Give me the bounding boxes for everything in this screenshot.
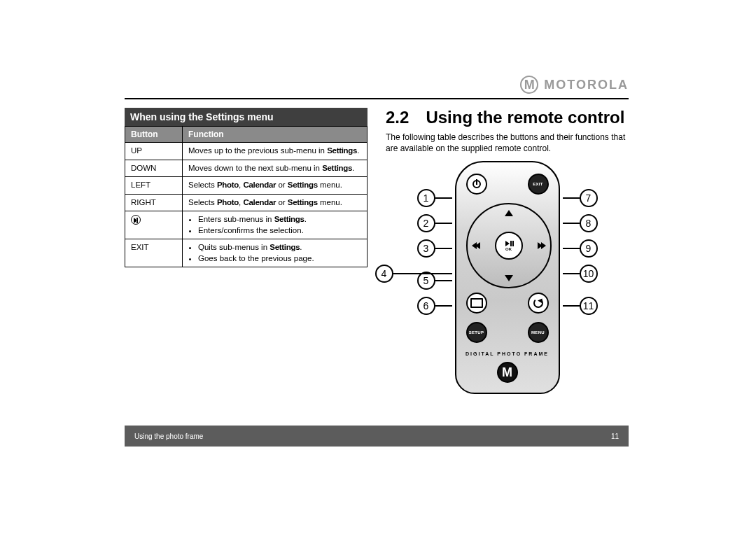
callout: 1 (417, 189, 452, 207)
rotate-button (528, 293, 549, 314)
play-pause-icon (505, 241, 512, 246)
power-icon (472, 180, 481, 188)
remote-row-mid (466, 293, 549, 314)
button-cell: RIGHT (125, 194, 183, 211)
brand-row: M MOTOROLA (125, 76, 629, 98)
callout: 5 (417, 272, 452, 290)
left-column: When using the Settings menu Button Func… (125, 108, 368, 394)
table-row: DOWN Moves down to the next sub-menu in … (125, 160, 368, 177)
function-cell: Moves up to the previous sub-menu in Set… (183, 143, 368, 160)
remote-diagram: 1 2 3 4 5 6 EXIT (386, 161, 629, 394)
nav-up-icon (505, 210, 513, 216)
section-heading: 2.2 Using the remote control (386, 108, 629, 127)
section-title: Using the remote control (426, 108, 624, 127)
manual-page: M MOTOROLA When using the Settings menu … (125, 76, 629, 394)
footer-page-number: 11 (611, 433, 619, 440)
function-cell: Selects Photo, Calendar or Settings menu… (183, 177, 368, 195)
callout: 8 (563, 214, 598, 232)
callout: 7 (563, 189, 598, 207)
callout: 3 (417, 239, 452, 258)
function-cell: Moves down to the next sub-menu in Setti… (183, 160, 368, 177)
brand-name: MOTOROLA (544, 78, 629, 92)
slideshow-button (466, 293, 487, 314)
section-number: 2.2 (386, 108, 409, 127)
right-column: 2.2 Using the remote control The followi… (386, 108, 629, 394)
list-item: Quits sub-menus in Settings. (198, 242, 361, 253)
ok-button: OK (495, 232, 523, 260)
table-row: Enters sub-menus in Settings. Enters/con… (125, 211, 368, 239)
button-cell: LEFT (125, 177, 183, 195)
ok-label: OK (505, 247, 512, 251)
remote-control: EXIT OK (455, 161, 560, 394)
col-function: Function (183, 127, 368, 143)
list-item: Goes back to the previous page. (198, 253, 361, 265)
bullet-list: Enters sub-menus in Settings. Enters/con… (188, 214, 361, 236)
settings-table: Button Function UP Moves up to the previ… (125, 126, 368, 267)
slideshow-icon (470, 298, 483, 308)
button-cell (125, 211, 183, 239)
callout: 2 (417, 214, 452, 232)
nav-pad: OK (466, 203, 552, 288)
button-cell: EXIT (125, 239, 183, 267)
function-cell: Enters sub-menus in Settings. Enters/con… (183, 211, 368, 239)
table-header-row: Button Function (125, 127, 368, 143)
table-row: RIGHT Selects Photo, Calendar or Setting… (125, 194, 368, 211)
callouts-left: 1 2 3 4 5 6 (417, 161, 452, 315)
power-button (466, 174, 487, 195)
callout: 9 (563, 239, 598, 258)
table-row: EXIT Quits sub-menus in Settings. Goes b… (125, 239, 368, 267)
nav-down-icon (505, 275, 513, 281)
rotate-icon (533, 298, 543, 308)
bullet-list: Quits sub-menus in Settings. Goes back t… (188, 242, 361, 264)
footer-section-label: Using the photo frame (134, 433, 203, 440)
motorola-logo-icon: M (520, 76, 538, 94)
list-item: Enters/confirms the selection. (198, 225, 361, 237)
function-cell: Quits sub-menus in Settings. Goes back t… (183, 239, 368, 267)
header-rule (125, 98, 629, 99)
intro-paragraph: The following table describes the button… (386, 132, 629, 154)
exit-button: EXIT (528, 174, 549, 195)
table-row: LEFT Selects Photo, Calendar or Settings… (125, 177, 368, 195)
button-cell: DOWN (125, 160, 183, 177)
col-button: Button (125, 127, 183, 143)
remote-device-label: DIGITAL PHOTO FRAME (456, 351, 559, 356)
list-item: Enters sub-menus in Settings. (198, 214, 361, 225)
menu-button: MENU (528, 322, 549, 343)
remote-row-top: EXIT (466, 174, 549, 195)
callout: 10 (563, 265, 598, 283)
play-pause-icon (131, 215, 141, 225)
callouts-right: 7 8 9 10 11 (563, 161, 598, 315)
nav-rewind-icon (473, 242, 480, 249)
callout: 6 (417, 297, 452, 315)
function-cell: Selects Photo, Calendar or Settings menu… (183, 194, 368, 211)
page-footer: Using the photo frame 11 (125, 426, 629, 447)
nav-forward-icon (538, 242, 545, 249)
remote-row-bottom: SETUP MENU (466, 322, 549, 343)
button-cell: UP (125, 143, 183, 160)
table-row: UP Moves up to the previous sub-menu in … (125, 143, 368, 160)
remote-logo-icon: M (497, 362, 518, 383)
callout: 11 (563, 297, 598, 315)
table-title: When using the Settings menu (125, 108, 368, 126)
setup-button: SETUP (466, 322, 487, 343)
